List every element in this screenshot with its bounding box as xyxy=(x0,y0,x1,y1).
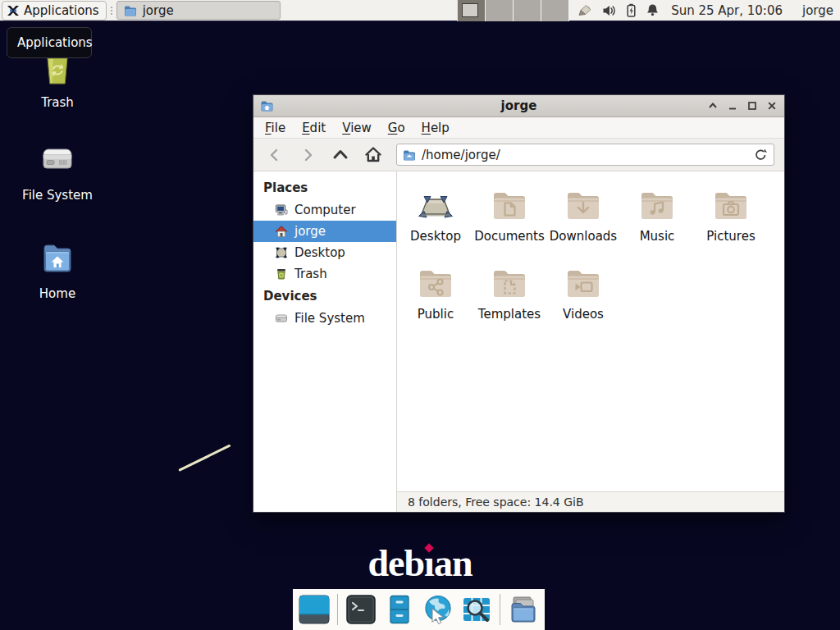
file-item-documents[interactable]: Documents xyxy=(472,185,546,263)
menubar: File Edit View Go Help xyxy=(253,117,784,139)
sidebar-item-label: File System xyxy=(294,311,365,326)
applications-menu-label: Applications xyxy=(24,3,99,18)
file-view[interactable]: Desktop Documents xyxy=(397,171,784,491)
status-text: 8 folders, Free space: 14.4 GiB xyxy=(408,495,584,509)
menu-go[interactable]: Go xyxy=(380,118,413,138)
close-button[interactable] xyxy=(766,100,778,112)
folder-icon xyxy=(124,4,137,17)
reload-button[interactable] xyxy=(754,148,768,162)
file-item-downloads[interactable]: Downloads xyxy=(546,185,620,263)
file-item-videos[interactable]: Videos xyxy=(546,263,620,341)
sidebar-header-devices: Devices xyxy=(253,285,396,308)
logo-text: deb xyxy=(368,542,425,584)
sidebar-header-places: Places xyxy=(253,176,396,199)
window-titlebar[interactable]: jorge xyxy=(253,95,784,117)
terminal-launcher-icon[interactable] xyxy=(345,594,377,625)
dock-panel xyxy=(293,589,545,630)
file-item-music[interactable]: Music xyxy=(620,185,694,263)
tooltip-text: Applications xyxy=(17,35,93,50)
sidebar-item-desktop[interactable]: Desktop xyxy=(253,242,396,263)
minimize-button[interactable] xyxy=(727,100,738,112)
trash-small-icon xyxy=(275,267,288,281)
desktop-icon-label: File System xyxy=(18,188,97,203)
house-icon xyxy=(275,225,288,238)
xfce-logo-icon xyxy=(7,4,20,17)
forward-button[interactable] xyxy=(298,145,317,165)
file-item-pictures[interactable]: Pictures xyxy=(694,185,768,263)
workspace-pager[interactable] xyxy=(457,0,569,21)
folder-launcher-icon[interactable] xyxy=(508,594,539,625)
hard-drive-icon xyxy=(38,139,77,179)
top-panel: Applications jorge xyxy=(0,0,840,21)
file-item-label: Documents xyxy=(474,229,545,244)
sidebar: Places Computer jorge xyxy=(253,171,397,512)
sidebar-item-home-jorge[interactable]: jorge xyxy=(253,221,396,242)
folder-music-icon xyxy=(637,185,677,225)
folder-pictures-icon xyxy=(711,185,751,225)
workspace-2[interactable] xyxy=(486,0,514,21)
dock-separator xyxy=(500,594,500,625)
file-item-desktop[interactable]: Desktop xyxy=(399,185,472,263)
logo-text: an xyxy=(434,542,472,584)
volume-icon[interactable] xyxy=(602,4,617,17)
folder-documents-icon xyxy=(490,185,529,225)
maximize-button[interactable] xyxy=(746,100,758,112)
desktop-stray-line xyxy=(178,444,231,471)
panel-user-actions[interactable]: jorge xyxy=(802,3,833,18)
desktop-icon-label: Home xyxy=(18,286,97,301)
shade-button[interactable] xyxy=(707,100,719,112)
file-item-public[interactable]: Public xyxy=(399,263,472,341)
back-button[interactable] xyxy=(265,145,285,165)
home-folder-icon xyxy=(38,238,77,277)
desktop-icon-label: Trash xyxy=(18,95,97,110)
computer-icon xyxy=(275,203,288,217)
workspace-3[interactable] xyxy=(514,0,541,21)
sidebar-item-computer[interactable]: Computer xyxy=(253,199,396,221)
file-cabinet-launcher-icon[interactable] xyxy=(384,594,415,625)
file-item-templates[interactable]: Templates xyxy=(472,263,546,341)
taskbar-button-label: jorge xyxy=(143,3,174,18)
workspace-1[interactable] xyxy=(458,0,486,21)
sidebar-item-label: Trash xyxy=(294,267,327,281)
sidebar-item-label: Computer xyxy=(294,203,356,217)
folder-templates-icon xyxy=(490,263,529,303)
desktop-icon xyxy=(275,246,288,259)
app-finder-launcher-icon[interactable] xyxy=(461,594,492,625)
sidebar-item-label: jorge xyxy=(294,224,326,239)
workspace-4[interactable] xyxy=(541,0,569,21)
panel-clock[interactable]: Sun 25 Apr, 10:06 xyxy=(671,3,783,18)
file-item-label: Public xyxy=(418,307,454,322)
show-desktop-icon[interactable] xyxy=(299,594,330,625)
notification-bell-icon[interactable] xyxy=(646,3,660,17)
statusbar: 8 folders, Free space: 14.4 GiB xyxy=(397,491,784,512)
location-bar[interactable]: /home/jorge/ xyxy=(396,144,774,166)
desktop-pad-icon xyxy=(416,185,455,225)
folder-videos-icon xyxy=(564,263,603,303)
desktop-icon-home[interactable]: Home xyxy=(18,238,97,301)
menu-edit[interactable]: Edit xyxy=(294,118,334,138)
file-item-label: Downloads xyxy=(550,229,617,244)
up-button[interactable] xyxy=(331,145,350,165)
desktop-icon-filesystem[interactable]: File System xyxy=(18,139,97,203)
folder-downloads-icon xyxy=(564,185,603,225)
stylus-pen-icon[interactable] xyxy=(578,3,594,18)
system-tray xyxy=(578,3,660,18)
menu-help[interactable]: Help xyxy=(413,118,458,138)
panel-handle[interactable] xyxy=(108,2,115,19)
file-item-label: Templates xyxy=(478,307,541,322)
web-browser-launcher-icon[interactable] xyxy=(422,594,454,625)
taskbar-button-jorge[interactable]: jorge xyxy=(116,1,281,20)
location-input[interactable]: /home/jorge/ xyxy=(422,148,748,162)
file-item-label: Pictures xyxy=(706,229,755,244)
menu-view[interactable]: View xyxy=(334,118,380,138)
sidebar-item-trash[interactable]: Trash xyxy=(253,263,396,285)
applications-menu-button[interactable]: Applications xyxy=(2,1,107,21)
toolbar: /home/jorge/ xyxy=(253,139,784,171)
sidebar-item-filesystem[interactable]: File System xyxy=(253,308,396,329)
sidebar-item-label: Desktop xyxy=(294,245,345,260)
menu-file[interactable]: File xyxy=(257,118,294,138)
drive-small-icon xyxy=(275,312,288,325)
battery-charging-icon[interactable] xyxy=(625,3,637,17)
file-item-label: Music xyxy=(640,229,675,244)
home-button[interactable] xyxy=(363,145,383,165)
